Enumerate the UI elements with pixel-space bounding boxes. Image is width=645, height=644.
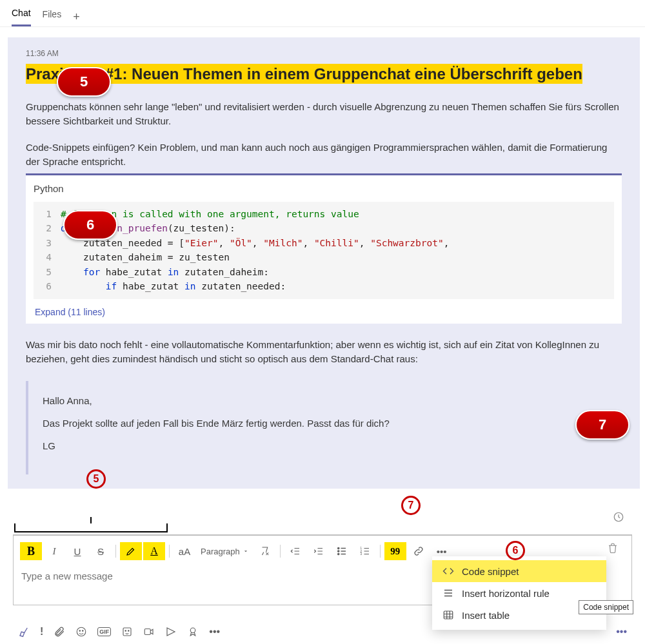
callout-5: 5 xyxy=(57,67,111,97)
svg-text:3: 3 xyxy=(360,552,362,556)
svg-rect-14 xyxy=(145,629,151,635)
code-body: 1# function is called with one argument,… xyxy=(34,202,614,299)
send-more-button[interactable]: ••• xyxy=(616,626,627,638)
table-icon xyxy=(442,609,454,621)
tab-files[interactable]: Files xyxy=(43,9,62,26)
svg-rect-11 xyxy=(123,628,131,636)
discard-button[interactable] xyxy=(607,542,619,556)
callout-7-small: 7 xyxy=(401,496,421,515)
priority-button[interactable]: ! xyxy=(40,626,43,638)
svg-point-8 xyxy=(77,627,86,636)
highlight-button[interactable] xyxy=(120,542,142,560)
callout-6-small: 6 xyxy=(506,541,525,560)
dropdown-code-snippet-label: Code snippet xyxy=(462,566,519,577)
code-language-label: Python xyxy=(26,175,622,198)
dropdown-code-snippet[interactable]: Code snippet xyxy=(432,560,606,582)
message-paragraph-3: Was mir bis dato noch fehlt - eine volla… xyxy=(26,338,622,367)
callout-7: 7 xyxy=(575,410,630,440)
quote-greeting: Hallo Anna, xyxy=(43,394,608,407)
paragraph-dropdown[interactable]: Paragraph xyxy=(197,547,253,556)
code-icon xyxy=(442,565,454,577)
callout-6: 6 xyxy=(63,210,117,240)
svg-point-3 xyxy=(337,553,339,554)
praise-button[interactable] xyxy=(187,626,199,638)
svg-point-15 xyxy=(191,628,196,633)
svg-point-10 xyxy=(83,630,84,632)
emoji-button[interactable] xyxy=(75,626,87,638)
top-tabs: Chat Files + xyxy=(0,0,645,27)
stream-button[interactable] xyxy=(165,626,177,638)
tooltip-code-snippet: Code snippet xyxy=(579,600,633,614)
quote-body: Das Projekt sollte auf jeden Fall bis En… xyxy=(43,416,608,430)
gif-button[interactable]: GIF xyxy=(97,627,111,636)
hr-icon xyxy=(442,587,454,599)
more-apps-button[interactable]: ••• xyxy=(209,626,220,638)
compose-bottom-toolbar: ! GIF ••• ••• xyxy=(18,626,627,638)
clear-format-button[interactable] xyxy=(254,542,276,560)
dropdown-hr-label: Insert horizontal rule xyxy=(462,588,550,599)
bold-button[interactable]: B xyxy=(20,542,42,560)
svg-point-2 xyxy=(337,551,339,552)
svg-point-13 xyxy=(128,630,130,632)
svg-point-9 xyxy=(79,630,81,632)
strike-button[interactable]: S xyxy=(90,542,112,560)
quote-button[interactable]: 99 xyxy=(384,542,406,560)
text-size-button[interactable]: aA xyxy=(174,542,195,560)
quoted-message: Hallo Anna, Das Projekt sollte auf jeden… xyxy=(26,381,622,474)
svg-rect-7 xyxy=(444,611,453,619)
meet-now-button[interactable] xyxy=(143,626,155,638)
message-paragraph-1: Gruppenchats können sehr lange "leben" u… xyxy=(26,100,622,129)
callout-5-bracket xyxy=(14,523,168,532)
quote-sign: LG xyxy=(43,439,608,453)
code-snippet-card: Python 1# function is called with one ar… xyxy=(26,173,622,324)
message-card: 11:36 AM Praxistipp #1: Neuen Themen in … xyxy=(8,37,640,489)
callout-5-small: 5 xyxy=(86,469,106,489)
tab-chat[interactable]: Chat xyxy=(12,8,31,26)
code-expand-link[interactable]: Expand (11 lines) xyxy=(26,304,622,324)
outdent-button[interactable] xyxy=(284,542,306,560)
dropdown-table-label: Insert table xyxy=(462,610,510,621)
underline-button[interactable]: U xyxy=(66,542,88,560)
italic-button[interactable]: I xyxy=(43,542,65,560)
sticker-button[interactable] xyxy=(121,626,133,638)
number-list-button[interactable]: 123 xyxy=(354,542,376,560)
add-tab-button[interactable]: + xyxy=(73,10,80,24)
insert-dropdown: Code snippet Insert horizontal rule Inse… xyxy=(432,556,606,630)
bullet-list-button[interactable] xyxy=(331,542,353,560)
svg-point-12 xyxy=(125,630,126,632)
indent-button[interactable] xyxy=(308,542,330,560)
message-paragraph-2: Code-Snippets einfügen? Kein Problem, un… xyxy=(26,141,622,170)
font-color-button[interactable]: A xyxy=(143,542,165,560)
message-timestamp: 11:36 AM xyxy=(26,49,622,58)
link-button[interactable] xyxy=(408,542,430,560)
attach-button[interactable] xyxy=(54,626,65,638)
clock-icon xyxy=(613,511,624,525)
format-toggle-button[interactable] xyxy=(18,626,30,638)
svg-point-1 xyxy=(337,547,339,549)
